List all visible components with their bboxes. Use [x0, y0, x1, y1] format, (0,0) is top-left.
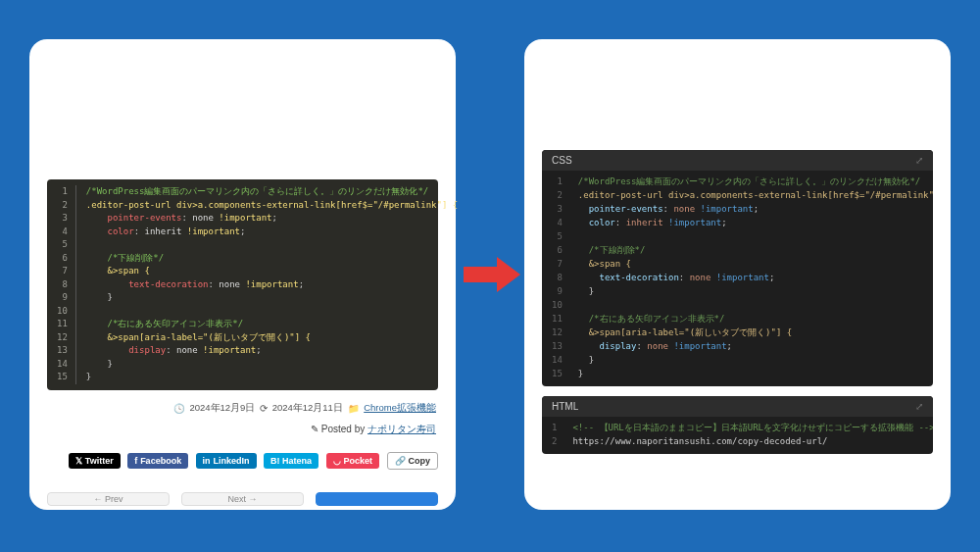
- pencil-icon: ✎: [311, 424, 318, 434]
- share-copy-button[interactable]: 🔗 Copy: [387, 452, 439, 470]
- clock-icon: 🕓: [173, 403, 185, 414]
- date-created: 2024年12月9日: [189, 402, 255, 413]
- left-code-lines: /*WordPress編集画面のパーマリンク内の「さらに詳しく。」のリンクだけ無…: [76, 185, 466, 384]
- right-spacer: [542, 57, 933, 150]
- pocket-icon: ◡: [333, 456, 341, 466]
- facebook-icon: f: [134, 456, 137, 466]
- prev-button[interactable]: ← Prev: [47, 492, 170, 506]
- css-panel-header: CSS ⤢: [542, 150, 933, 171]
- nav-bar: ← Prev Next →: [47, 492, 438, 506]
- html-code-lines: <!-- 【URLを日本語のままコピー】日本語URLを文字化けせずにコピーする拡…: [564, 421, 933, 448]
- share-facebook-label: Facebook: [140, 456, 181, 466]
- share-bar: 𝕏 Twitter f Facebook in LinkedIn B! Hate…: [47, 450, 438, 470]
- share-twitter-button[interactable]: 𝕏 Twitter: [69, 453, 121, 469]
- next-button[interactable]: Next →: [181, 492, 304, 506]
- html-panel-label: HTML: [552, 401, 578, 412]
- category-link[interactable]: Chrome拡張機能: [364, 402, 436, 413]
- css-code-lines: /*WordPress編集画面のパーマリンク内の「さらに詳しく。」のリンクだけ無…: [570, 175, 933, 380]
- share-pocket-button[interactable]: ◡ Pocket: [326, 453, 380, 469]
- date-updated: 2024年12月11日: [272, 402, 343, 413]
- post-meta-row: 🕓 2024年12月9日 ⟳ 2024年12月11日 📁 Chrome拡張機能: [47, 398, 438, 419]
- css-panel: CSS ⤢ 1 2 3 4 5 6 7 8 9 10 11 12 13 14 1…: [542, 150, 933, 386]
- expand-icon[interactable]: ⤢: [915, 401, 923, 412]
- share-pocket-label: Pocket: [344, 456, 373, 466]
- posted-by-label: Posted by: [321, 424, 365, 434]
- left-spacer: [47, 57, 438, 179]
- expand-icon[interactable]: ⤢: [915, 155, 923, 166]
- refresh-icon: ⟳: [260, 403, 268, 414]
- css-line-numbers: 1 2 3 4 5 6 7 8 9 10 11 12 13 14 15: [542, 175, 570, 380]
- nav-third-button[interactable]: [316, 492, 438, 506]
- share-hatena-button[interactable]: B! Hatena: [264, 453, 318, 469]
- share-copy-label: Copy: [409, 456, 431, 466]
- left-line-numbers: 1 2 3 4 5 6 7 8 9 10 11 12 13 14 15: [47, 185, 76, 384]
- share-twitter-label: Twitter: [85, 456, 114, 466]
- author-link[interactable]: ナポリタン寿司: [368, 424, 436, 434]
- html-panel: HTML ⤢ 1 2 <!-- 【URLを日本語のままコピー】日本語URLを文字…: [542, 396, 933, 454]
- share-linkedin-label: LinkedIn: [214, 456, 250, 466]
- linkedin-icon: in: [203, 456, 211, 466]
- arrow-icon: [464, 257, 520, 292]
- html-panel-header: HTML ⤢: [542, 396, 933, 417]
- share-hatena-label: B! Hatena: [270, 456, 312, 466]
- x-icon: 𝕏: [75, 456, 82, 466]
- author-row: ✎ Posted by ナポリタン寿司: [47, 419, 438, 444]
- right-card: CSS ⤢ 1 2 3 4 5 6 7 8 9 10 11 12 13 14 1…: [524, 39, 951, 510]
- left-code-block: 1 2 3 4 5 6 7 8 9 10 11 12 13 14 15 /*Wo…: [47, 179, 438, 390]
- folder-icon: 📁: [348, 403, 360, 414]
- share-linkedin-button[interactable]: in LinkedIn: [196, 453, 257, 469]
- share-facebook-button[interactable]: f Facebook: [127, 453, 188, 469]
- left-card: 1 2 3 4 5 6 7 8 9 10 11 12 13 14 15 /*Wo…: [29, 39, 456, 510]
- svg-marker-0: [464, 257, 520, 292]
- css-panel-label: CSS: [552, 155, 572, 166]
- link-icon: 🔗: [395, 456, 406, 466]
- html-line-numbers: 1 2: [542, 421, 564, 448]
